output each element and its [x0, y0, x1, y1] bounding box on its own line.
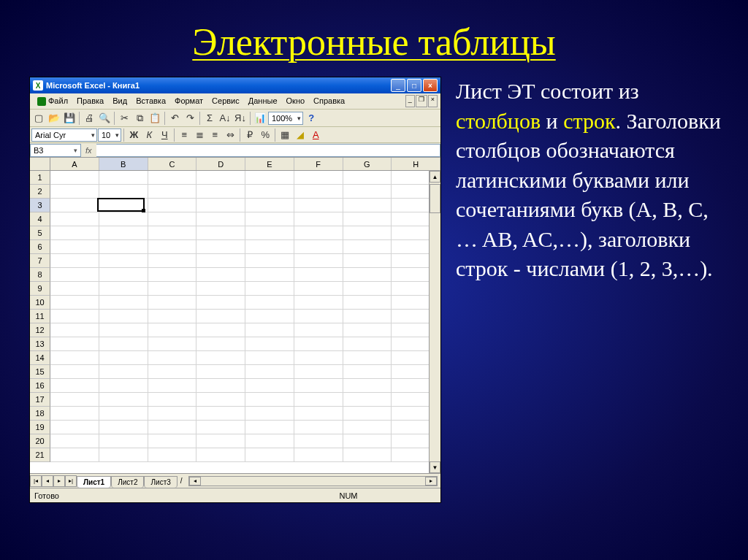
cell[interactable] — [343, 351, 392, 365]
cell[interactable] — [343, 185, 392, 199]
cell[interactable] — [245, 393, 294, 407]
font-size-combo[interactable]: 10 — [98, 129, 121, 142]
cell[interactable] — [343, 337, 392, 351]
cell[interactable] — [196, 212, 245, 226]
cell[interactable] — [294, 171, 343, 185]
cell[interactable] — [50, 448, 99, 462]
cell[interactable] — [294, 448, 343, 462]
sheet-tab[interactable]: Лист3 — [144, 476, 177, 488]
cell[interactable] — [245, 434, 294, 448]
cell[interactable] — [148, 365, 197, 379]
save-icon[interactable]: 💾 — [62, 111, 77, 126]
cell[interactable] — [50, 323, 99, 337]
row-header[interactable]: 21 — [30, 448, 50, 462]
maximize-button[interactable]: □ — [407, 79, 421, 92]
cell[interactable] — [245, 254, 294, 268]
cell[interactable] — [294, 226, 343, 240]
cell[interactable] — [196, 185, 245, 199]
italic-button[interactable]: К — [142, 128, 156, 142]
zoom-combo[interactable]: 100% — [268, 112, 303, 125]
sort-asc-icon[interactable]: A↓ — [218, 111, 232, 126]
row-header[interactable]: 3 — [30, 199, 50, 212]
scroll-left-button[interactable]: ◂ — [189, 477, 201, 486]
cell[interactable] — [343, 365, 392, 379]
row-header[interactable]: 1 — [30, 171, 50, 185]
cell[interactable] — [99, 379, 148, 393]
cell[interactable] — [50, 351, 99, 365]
cell[interactable] — [294, 282, 343, 296]
cut-icon[interactable]: ✂ — [117, 111, 131, 126]
cell[interactable] — [50, 282, 99, 296]
cell[interactable] — [99, 199, 148, 212]
cell[interactable] — [99, 282, 148, 296]
align-center-icon[interactable]: ≣ — [192, 128, 207, 142]
cell[interactable] — [294, 379, 343, 393]
cell[interactable] — [294, 296, 343, 310]
menu-data[interactable]: Данные — [244, 95, 282, 107]
cell[interactable] — [294, 240, 343, 254]
cell[interactable] — [50, 268, 99, 282]
cell[interactable] — [196, 226, 245, 240]
column-header[interactable]: H — [392, 158, 440, 170]
cell[interactable] — [196, 254, 245, 268]
cell[interactable] — [245, 212, 294, 226]
cell[interactable] — [148, 171, 197, 185]
close-button[interactable]: × — [423, 79, 438, 92]
cell[interactable] — [245, 421, 294, 434]
cell[interactable] — [148, 296, 197, 310]
cell[interactable] — [196, 323, 245, 337]
cell[interactable] — [196, 393, 245, 407]
chart-icon[interactable]: 📊 — [253, 111, 267, 126]
cell[interactable] — [294, 337, 343, 351]
tab-next-button[interactable]: ▸ — [53, 475, 65, 487]
row-header[interactable]: 6 — [30, 240, 50, 254]
cell[interactable] — [245, 448, 294, 462]
vertical-scrollbar[interactable]: ▲ ▼ — [429, 171, 440, 473]
cell[interactable] — [245, 268, 294, 282]
cell[interactable] — [148, 448, 197, 462]
cell[interactable] — [196, 407, 245, 421]
cell[interactable] — [294, 393, 343, 407]
cell[interactable] — [148, 254, 197, 268]
autosum-icon[interactable]: Σ — [202, 111, 217, 126]
cell[interactable] — [99, 310, 148, 323]
cell[interactable] — [50, 434, 99, 448]
cell[interactable] — [196, 282, 245, 296]
cell[interactable] — [196, 310, 245, 323]
cell[interactable] — [50, 421, 99, 434]
align-left-icon[interactable]: ≡ — [177, 128, 191, 142]
menu-file[interactable]: Файл — [33, 95, 72, 107]
cell[interactable] — [294, 254, 343, 268]
cell[interactable] — [245, 296, 294, 310]
cell[interactable] — [343, 407, 392, 421]
cell[interactable] — [294, 351, 343, 365]
cell[interactable] — [245, 185, 294, 199]
scroll-down-button[interactable]: ▼ — [430, 461, 440, 473]
row-header[interactable]: 9 — [30, 282, 50, 296]
cell[interactable] — [50, 407, 99, 421]
cell[interactable] — [294, 323, 343, 337]
cell[interactable] — [50, 226, 99, 240]
scroll-right-button[interactable]: ▸ — [425, 477, 437, 486]
cell[interactable] — [50, 185, 99, 199]
cell[interactable] — [148, 351, 197, 365]
fill-color-icon[interactable]: ◢ — [293, 128, 308, 142]
cell[interactable] — [343, 421, 392, 434]
help-icon[interactable]: ? — [304, 111, 318, 126]
row-header[interactable]: 5 — [30, 226, 50, 240]
cell[interactable] — [196, 421, 245, 434]
cell[interactable] — [148, 185, 197, 199]
cell[interactable] — [245, 323, 294, 337]
cell[interactable] — [245, 240, 294, 254]
tab-first-button[interactable]: |◂ — [30, 475, 42, 487]
cell[interactable] — [294, 434, 343, 448]
cell[interactable] — [196, 296, 245, 310]
cell[interactable] — [99, 448, 148, 462]
name-box[interactable]: B3 — [30, 144, 81, 157]
cell[interactable] — [343, 323, 392, 337]
menu-help[interactable]: Справка — [309, 95, 349, 107]
row-header[interactable]: 7 — [30, 254, 50, 268]
cell[interactable] — [343, 282, 392, 296]
menu-format[interactable]: Формат — [170, 95, 207, 107]
cell[interactable] — [294, 407, 343, 421]
